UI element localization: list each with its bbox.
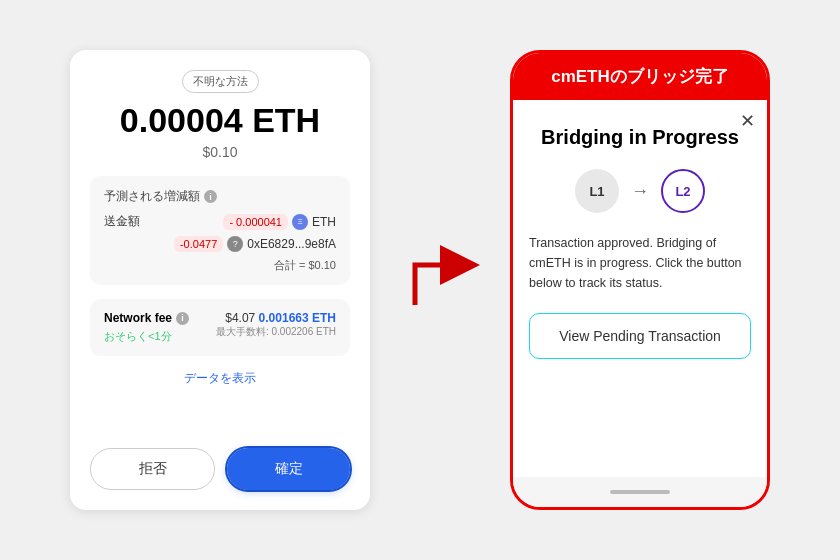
left-panel: 不明な方法 0.00004 ETH $0.10 予測される増減額 i 送金額 -… bbox=[70, 50, 370, 510]
prediction-row-2: -0.0477 ? 0xE6829...9e8fA bbox=[104, 236, 336, 252]
network-fee-title: Network fee i bbox=[104, 311, 189, 325]
fee-usd: $4.07 0.001663 ETH bbox=[216, 311, 336, 325]
eth-amount: 0.00004 ETH bbox=[120, 101, 320, 140]
fee-left: Network fee i おそらく<1分 bbox=[104, 311, 189, 344]
btn-row: 拒否 確定 bbox=[90, 448, 350, 490]
fee-right: $4.07 0.001663 ETH 最大手数料: 0.002206 ETH bbox=[216, 311, 336, 339]
bridging-title: Bridging in Progress bbox=[541, 126, 739, 149]
eth-icon: Ξ bbox=[292, 214, 308, 230]
data-link[interactable]: データを表示 bbox=[184, 370, 256, 387]
phone-footer bbox=[513, 477, 767, 507]
chain-flow: L1 → L2 bbox=[575, 169, 705, 213]
phone-header: cmETHのブリッジ完了 bbox=[513, 53, 767, 100]
chain-l2-badge: L2 bbox=[661, 169, 705, 213]
red-arrow-icon bbox=[400, 240, 480, 320]
bridge-description: Transaction approved. Bridging of cmETH … bbox=[529, 233, 751, 293]
close-button[interactable]: ✕ bbox=[740, 110, 755, 132]
view-pending-button[interactable]: View Pending Transaction bbox=[529, 313, 751, 359]
home-indicator bbox=[610, 490, 670, 494]
prediction-info-icon: i bbox=[204, 190, 217, 203]
network-fee-box: Network fee i おそらく<1分 $4.07 0.001663 ETH… bbox=[90, 299, 350, 356]
phone-header-text: cmETHのブリッジ完了 bbox=[551, 67, 729, 86]
reject-button[interactable]: 拒否 bbox=[90, 448, 215, 490]
eth-label: ETH bbox=[312, 215, 336, 229]
row-label-send: 送金額 bbox=[104, 213, 140, 230]
row-value-group-1: - 0.000041 Ξ ETH bbox=[223, 214, 336, 230]
send-amount-tag: - 0.000041 bbox=[223, 214, 288, 230]
unknown-method-badge: 不明な方法 bbox=[182, 70, 259, 93]
arrow-container bbox=[400, 240, 480, 320]
chain-arrow-icon: → bbox=[631, 181, 649, 202]
token-amount-tag: -0.0477 bbox=[174, 236, 223, 252]
prediction-row-1: 送金額 - 0.000041 Ξ ETH bbox=[104, 213, 336, 230]
total-row: 合計 = $0.10 bbox=[104, 258, 336, 273]
address-label: 0xE6829...9e8fA bbox=[247, 237, 336, 251]
usd-amount: $0.10 bbox=[202, 144, 237, 160]
row-value-group-2: -0.0477 ? 0xE6829...9e8fA bbox=[174, 236, 336, 252]
prediction-box: 予測される増減額 i 送金額 - 0.000041 Ξ ETH -0.0477 … bbox=[90, 176, 350, 285]
fee-max: 最大手数料: 0.002206 ETH bbox=[216, 325, 336, 339]
phone-content: ✕ Bridging in Progress L1 → L2 Transacti… bbox=[513, 100, 767, 477]
right-panel: cmETHのブリッジ完了 ✕ Bridging in Progress L1 →… bbox=[510, 50, 770, 510]
fee-row: Network fee i おそらく<1分 $4.07 0.001663 ETH… bbox=[104, 311, 336, 344]
network-fee-sub: おそらく<1分 bbox=[104, 329, 189, 344]
fee-info-icon: i bbox=[176, 312, 189, 325]
chain-l1-badge: L1 bbox=[575, 169, 619, 213]
confirm-button[interactable]: 確定 bbox=[227, 448, 350, 490]
question-icon: ? bbox=[227, 236, 243, 252]
fee-eth-link[interactable]: 0.001663 ETH bbox=[259, 311, 336, 325]
prediction-title: 予測される増減額 i bbox=[104, 188, 336, 205]
